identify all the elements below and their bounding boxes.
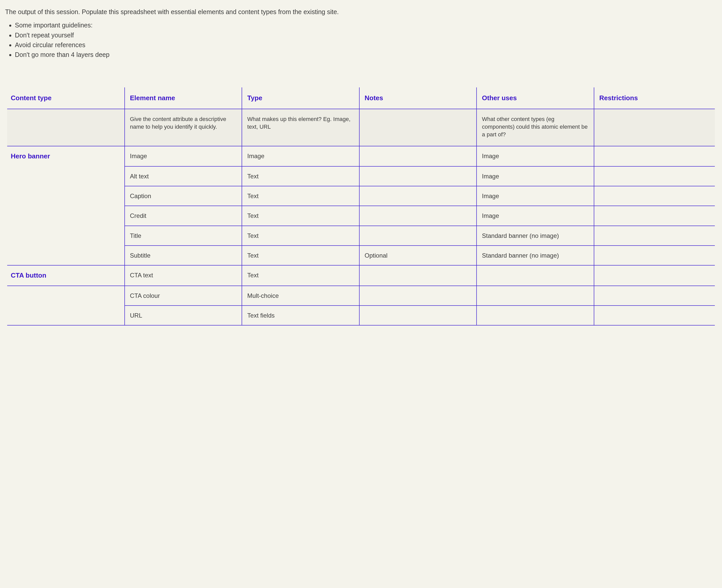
list-item: Don't go more than 4 layers deep	[15, 50, 717, 59]
list-item: Don't repeat yourself	[15, 30, 717, 40]
cell-notes: Optional	[359, 246, 477, 265]
cell-type: Text	[242, 186, 359, 206]
content-type-empty	[7, 286, 125, 306]
cell-element-name: Credit	[125, 206, 242, 226]
cell-restrictions	[594, 186, 715, 206]
cell-other-uses: Image	[477, 166, 594, 186]
table-row: Subtitle Text Optional Standard banner (…	[7, 246, 715, 265]
cell-notes	[359, 306, 477, 325]
cell-notes	[359, 286, 477, 306]
cell-other-uses	[477, 286, 594, 306]
table-row: Title Text Standard banner (no image)	[7, 226, 715, 246]
cell-restrictions	[594, 206, 715, 226]
content-type-empty	[7, 206, 125, 226]
cell-other-uses: Image	[477, 146, 594, 166]
col-header-element-name: Element name	[125, 87, 242, 109]
cell-notes	[359, 186, 477, 206]
cell-restrictions	[594, 286, 715, 306]
desc-restrictions	[594, 109, 715, 146]
table-row: CTA colour Mult-choice	[7, 286, 715, 306]
desc-element-name: Give the content attribute a descriptive…	[125, 109, 242, 146]
content-type-empty	[7, 246, 125, 265]
desc-notes	[359, 109, 477, 146]
cell-element-name: Title	[125, 226, 242, 246]
cell-other-uses: Standard banner (no image)	[477, 246, 594, 265]
content-type-label: CTA button	[7, 265, 125, 286]
cell-other-uses: Standard banner (no image)	[477, 226, 594, 246]
cell-type: Text fields	[242, 306, 359, 325]
table-row: Credit Text Image	[7, 206, 715, 226]
content-type-label: Hero banner	[7, 146, 125, 166]
cell-restrictions	[594, 166, 715, 186]
table-row: Caption Text Image	[7, 186, 715, 206]
cell-type: Text	[242, 166, 359, 186]
table-row: URL Text fields	[7, 306, 715, 325]
cell-notes	[359, 226, 477, 246]
cell-type: Mult-choice	[242, 286, 359, 306]
cell-restrictions	[594, 246, 715, 265]
content-type-empty	[7, 166, 125, 186]
table-row: CTA button CTA text Text	[7, 265, 715, 286]
desc-content-type	[7, 109, 125, 146]
cell-type: Text	[242, 206, 359, 226]
col-header-notes: Notes	[359, 87, 477, 109]
cell-restrictions	[594, 226, 715, 246]
content-model-table: Content type Element name Type Notes Oth…	[7, 87, 715, 326]
cell-notes	[359, 146, 477, 166]
cell-type: Image	[242, 146, 359, 166]
desc-type: What makes up this element? Eg. Image, t…	[242, 109, 359, 146]
cell-type: Text	[242, 265, 359, 286]
desc-other-uses: What other content types (eg components)…	[477, 109, 594, 146]
col-header-content-type: Content type	[7, 87, 125, 109]
cell-notes	[359, 166, 477, 186]
table-header-row: Content type Element name Type Notes Oth…	[7, 87, 715, 109]
cell-notes	[359, 206, 477, 226]
cell-notes	[359, 265, 477, 286]
cell-restrictions	[594, 306, 715, 325]
cell-element-name: Caption	[125, 186, 242, 206]
cell-type: Text	[242, 226, 359, 246]
col-header-type: Type	[242, 87, 359, 109]
cell-other-uses: Image	[477, 186, 594, 206]
cell-other-uses	[477, 306, 594, 325]
cell-element-name: Image	[125, 146, 242, 166]
table-row: Alt text Text Image	[7, 166, 715, 186]
content-type-empty	[7, 226, 125, 246]
table-row: Hero banner Image Image Image	[7, 146, 715, 166]
content-type-empty	[7, 186, 125, 206]
cell-element-name: CTA text	[125, 265, 242, 286]
cell-element-name: Subtitle	[125, 246, 242, 265]
list-item: Some important guidelines:	[15, 21, 717, 30]
guidelines-list: Some important guidelines: Don't repeat …	[15, 21, 717, 59]
intro-text: The output of this session. Populate thi…	[5, 7, 717, 16]
cell-element-name: Alt text	[125, 166, 242, 186]
cell-restrictions	[594, 265, 715, 286]
cell-type: Text	[242, 246, 359, 265]
cell-other-uses: Image	[477, 206, 594, 226]
description-row: Give the content attribute a descriptive…	[7, 109, 715, 146]
cell-element-name: CTA colour	[125, 286, 242, 306]
content-type-empty	[7, 306, 125, 325]
cell-other-uses	[477, 265, 594, 286]
cell-restrictions	[594, 146, 715, 166]
col-header-other-uses: Other uses	[477, 87, 594, 109]
col-header-restrictions: Restrictions	[594, 87, 715, 109]
cell-element-name: URL	[125, 306, 242, 325]
list-item: Avoid circular references	[15, 40, 717, 49]
